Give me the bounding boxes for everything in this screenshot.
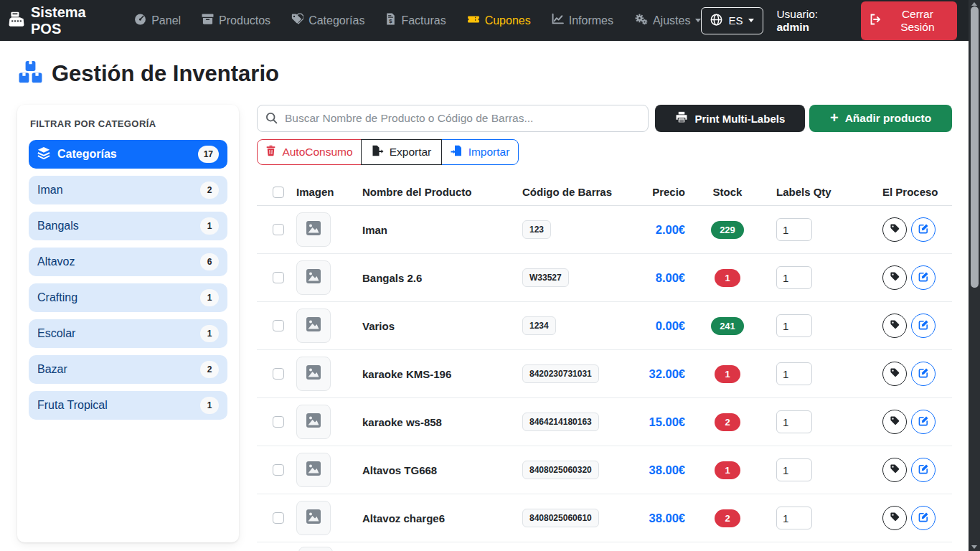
navbar-right: ES Usuario: admin Cerrar Sesión [701, 1, 957, 40]
sidebar-item-category[interactable]: Bazar 2 [29, 355, 227, 384]
edit-product-button[interactable] [911, 265, 936, 290]
row-checkbox[interactable] [273, 416, 284, 428]
filter-heading: FILTRAR POR CATEGORÍA [30, 118, 227, 129]
row-checkbox[interactable] [273, 224, 284, 235]
category-count-badge: 1 [200, 289, 219, 306]
product-price: 38.00€ [649, 512, 685, 524]
tag-icon [890, 271, 900, 285]
header-stock: Stock [685, 186, 770, 198]
stock-badge: 229 [711, 221, 744, 239]
print-label-button[interactable] [882, 458, 907, 482]
product-name: Altavos TG668 [362, 464, 522, 476]
stock-badge: 241 [711, 317, 744, 335]
print-label-button[interactable] [882, 314, 907, 338]
product-image-placeholder[interactable] [296, 309, 331, 343]
row-checkbox[interactable] [273, 272, 284, 283]
table-row: karaoke KMS-196 8420230731031 32.00€ 1 [257, 350, 952, 398]
edit-icon [918, 319, 929, 333]
header-el-proceso: El Proceso [867, 186, 952, 198]
add-product-button[interactable]: + Añadir producto [809, 105, 952, 132]
sidebar-item-category[interactable]: Altavoz 6 [29, 248, 227, 276]
sidebar-item-category[interactable]: Iman 2 [29, 176, 227, 204]
table-row: Altavos TG668 8408025060320 38.00€ 1 [257, 446, 952, 494]
brand[interactable]: Sistema POS [9, 4, 115, 37]
row-checkbox[interactable] [273, 464, 284, 476]
product-image-placeholder[interactable] [296, 212, 331, 247]
category-label: Bangals [37, 220, 79, 232]
labels-qty-input[interactable] [776, 507, 812, 529]
autoconsumo-button[interactable]: AutoConsumo [257, 139, 362, 165]
image-icon [306, 461, 321, 479]
scroll-up-arrow[interactable] [971, 2, 977, 6]
edit-product-button[interactable] [911, 217, 936, 242]
import-button[interactable]: Importar [441, 139, 519, 165]
nav-cupones[interactable]: Cupones [467, 13, 531, 28]
page-title: Gestión de Inventario [17, 60, 952, 88]
scrollbar-thumb[interactable] [971, 6, 979, 288]
print-label-button[interactable] [882, 506, 907, 530]
edit-icon [918, 512, 929, 525]
nav-productos[interactable]: Productos [202, 13, 270, 28]
product-image-placeholder[interactable] [296, 453, 331, 487]
edit-product-button[interactable] [911, 458, 936, 482]
vertical-scrollbar[interactable] [969, 0, 980, 551]
table-row: Iman 123 2.00€ 229 [257, 206, 952, 254]
table-row: karaoke ws-858 8464214180163 15.00€ 2 [257, 398, 952, 446]
export-button[interactable]: Exportar [361, 139, 442, 165]
labels-qty-input[interactable] [776, 266, 812, 289]
edit-icon [918, 223, 929, 237]
print-label-button[interactable] [882, 410, 907, 434]
nav-panel[interactable]: Panel [134, 13, 181, 28]
row-checkbox[interactable] [273, 320, 284, 331]
image-icon [306, 268, 321, 287]
nav-categorias[interactable]: Categorías [291, 13, 364, 28]
labels-qty-input[interactable] [776, 218, 812, 241]
search-input[interactable] [257, 105, 649, 132]
barcode-badge: 8420230731031 [522, 364, 599, 383]
product-image-placeholder[interactable] [296, 357, 331, 391]
header-labels-qty: Labels Qty [770, 186, 867, 198]
sidebar-item-category[interactable]: Escolar 1 [29, 319, 227, 348]
print-multi-labels-button[interactable]: Print Multi-Labels [655, 105, 805, 132]
category-count-badge: 1 [200, 397, 219, 414]
print-label-button[interactable] [882, 265, 907, 290]
product-price: 32.00€ [649, 367, 685, 380]
plus-icon: + [830, 110, 839, 125]
select-all-checkbox[interactable] [273, 187, 284, 198]
labels-qty-input[interactable] [776, 410, 812, 433]
table-row: Bangals 2.6 W33527 8.00€ 1 [257, 254, 952, 302]
category-label: Crafting [37, 291, 77, 304]
edit-product-button[interactable] [911, 410, 936, 434]
row-checkbox[interactable] [273, 512, 284, 524]
logout-button[interactable]: Cerrar Sesión [861, 1, 957, 40]
product-image-placeholder[interactable] [296, 501, 331, 535]
nav-informes[interactable]: Informes [552, 13, 613, 28]
labels-qty-input[interactable] [776, 458, 812, 481]
edit-product-button[interactable] [911, 362, 936, 386]
scroll-down-arrow[interactable] [971, 545, 977, 549]
tag-icon [890, 512, 900, 525]
sidebar-item-category[interactable]: Crafting 1 [29, 283, 227, 312]
sidebar-item-category[interactable]: Bangals 1 [29, 212, 227, 240]
product-price: 2.00€ [656, 223, 685, 236]
row-checkbox[interactable] [273, 368, 284, 380]
language-selector[interactable]: ES [701, 7, 763, 34]
product-image-placeholder[interactable] [296, 405, 331, 439]
header-nombre: Nombre del Producto [362, 186, 522, 198]
sidebar-item-categorias[interactable]: Categorías 17 [29, 140, 227, 169]
print-label-button[interactable] [882, 362, 907, 386]
edit-product-button[interactable] [911, 314, 936, 338]
nav-facturas[interactable]: $ Facturas [385, 13, 446, 28]
user-info: Usuario: admin [776, 8, 847, 34]
sidebar-item-category[interactable]: Fruta Tropical 1 [29, 391, 227, 420]
labels-qty-input[interactable] [776, 362, 812, 385]
print-label-button[interactable] [882, 217, 907, 242]
edit-product-button[interactable] [911, 506, 936, 530]
image-icon [306, 509, 321, 527]
category-count-badge: 6 [200, 253, 219, 270]
nav-ajustes[interactable]: Ajustes [634, 13, 701, 28]
labels-qty-input[interactable] [776, 314, 812, 337]
product-image-placeholder[interactable] [296, 260, 331, 295]
image-icon [306, 413, 321, 431]
category-label: Bazar [37, 363, 67, 376]
